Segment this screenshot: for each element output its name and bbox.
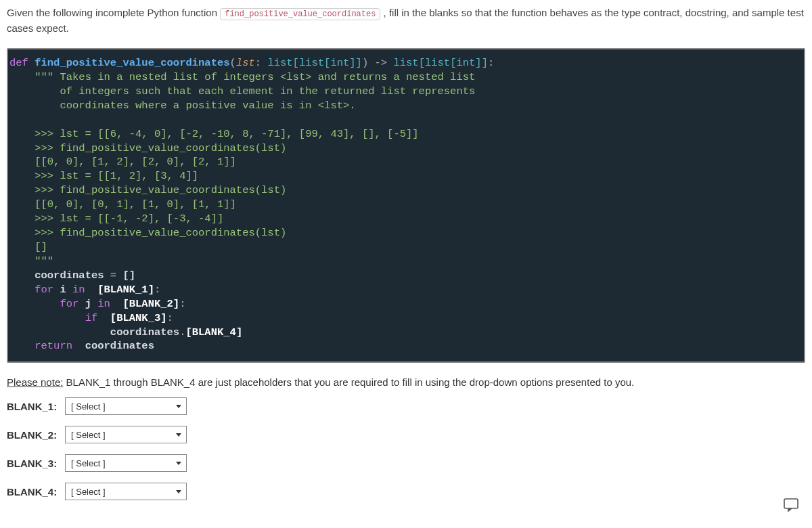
blank-1: [BLANK_1]	[85, 284, 154, 296]
blank-3-select[interactable]: [ Select ]	[65, 454, 187, 472]
chat-icon[interactable]	[782, 497, 800, 513]
paren-open: (	[230, 57, 236, 69]
kw-def: def	[9, 57, 28, 69]
type-out: list[list[int]]	[393, 57, 488, 69]
kw-in: in	[72, 284, 85, 296]
inline-code-fn: find_positive_value_coordinates	[220, 8, 380, 20]
code-block: def find_positive_value_coordinates(lst:…	[7, 48, 805, 363]
prompt-before: Given the following incomplete Python fu…	[7, 7, 220, 18]
note-label: Please note:	[7, 376, 63, 388]
blank-3: [BLANK_3]	[97, 312, 166, 324]
blank-4: [BLANK_4]	[185, 326, 242, 338]
blank-2-label: BLANK_2:	[7, 429, 60, 441]
blank-1-select[interactable]: [ Select ]	[65, 397, 187, 415]
svg-rect-0	[784, 499, 798, 508]
blank-row-2: BLANK_2: [ Select ]	[7, 426, 805, 443]
fn-name: find_positive_value_coordinates	[28, 57, 230, 69]
blank-4-label: BLANK_4:	[7, 486, 60, 498]
param-lst: lst	[236, 57, 255, 69]
var-coordinates: coordinates	[35, 269, 104, 282]
docstring-close: """	[9, 255, 53, 267]
kw-if: if	[85, 312, 98, 324]
blank-4-select[interactable]: [ Select ]	[65, 483, 187, 500]
blank-row-1: BLANK_1: [ Select ]	[7, 397, 805, 415]
blank-row-3: BLANK_3: [ Select ]	[7, 454, 805, 472]
blank-1-label: BLANK_1:	[7, 401, 60, 412]
blank-row-4: BLANK_4: [ Select ]	[7, 483, 805, 500]
question-container: Given the following incomplete Python fu…	[0, 0, 812, 521]
kw-for: for	[35, 284, 53, 296]
kw-return: return	[35, 340, 72, 352]
type-in: list[list[int]]	[267, 57, 362, 69]
blank-2: [BLANK_2]	[110, 298, 179, 310]
docstring-open: """	[9, 71, 60, 83]
blank-3-label: BLANK_3:	[7, 458, 60, 469]
doctest-line: >>> lst = [[6, -4, 0], [-2, -10, 8, -71]…	[9, 128, 419, 140]
blank-2-select[interactable]: [ Select ]	[65, 426, 187, 443]
please-note: Please note: BLANK_1 through BLANK_4 are…	[7, 376, 805, 388]
prompt-text: Given the following incomplete Python fu…	[7, 5, 805, 36]
note-text: BLANK_1 through BLANK_4 are just placeho…	[63, 376, 634, 388]
